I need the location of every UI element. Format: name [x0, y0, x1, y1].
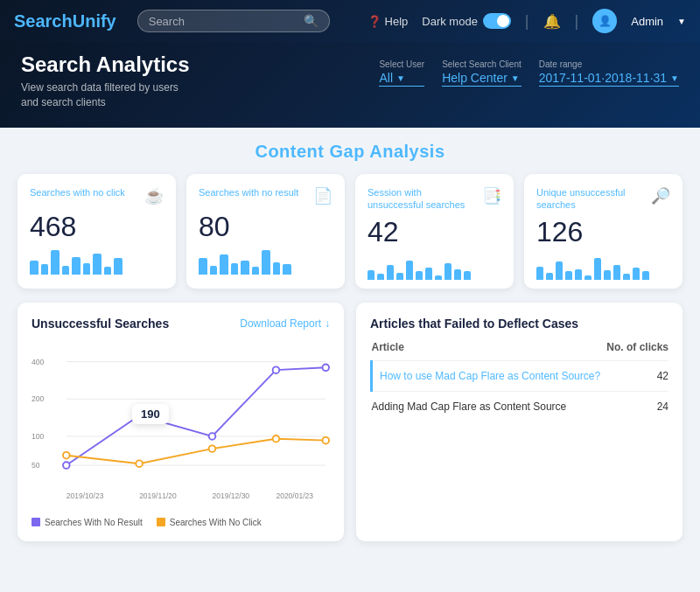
dark-mode-label: Dark mode: [422, 15, 478, 28]
bar: [604, 270, 611, 280]
metric-header: Unique unsuccessful searches 🔎: [536, 186, 670, 212]
metric-header: Searches with no click ☕: [30, 186, 164, 205]
page-title: Search Analytics: [21, 52, 190, 77]
date-filter-select[interactable]: 2017-11-01·2018-11·31 ▼: [539, 71, 679, 87]
bar: [114, 258, 122, 274]
bar: [623, 274, 630, 280]
metric-value-no-result: 80: [199, 211, 332, 243]
svg-text:200: 200: [32, 394, 44, 403]
date-filter[interactable]: Date range 2017-11-01·2018-11·31 ▼: [539, 59, 679, 87]
svg-point-16: [322, 365, 329, 372]
logo-highlight: h: [62, 11, 73, 31]
bar: [416, 271, 423, 280]
svg-text:2019/12/30: 2019/12/30: [212, 491, 249, 500]
search-icon: 🔍: [304, 14, 318, 28]
download-report-button[interactable]: Download Report ↓: [240, 317, 330, 330]
admin-label[interactable]: Admin: [631, 15, 663, 28]
filters: Select User All ▼ Select Search Client H…: [379, 59, 679, 87]
table-header-row: Article No. of clicks: [372, 341, 669, 361]
date-filter-chevron-down-icon: ▼: [670, 73, 679, 83]
metric-value-unique-unsuccessful: 126: [536, 216, 670, 248]
svg-point-20: [273, 435, 280, 442]
magnify-icon: 🔎: [651, 186, 670, 205]
svg-point-19: [209, 446, 216, 453]
article-cell[interactable]: How to use Mad Cap Flare as Content Sour…: [372, 361, 606, 392]
bar: [220, 254, 228, 274]
svg-point-21: [322, 437, 329, 444]
chart-header: Unsuccessful Searches Download Report ↓: [32, 317, 330, 331]
bar: [72, 257, 80, 275]
chart-legend: Searches With No Result Searches With No…: [32, 518, 330, 527]
line-chart-svg: 400 200 100 50 2019/10/23 2019/11/20 201…: [32, 341, 330, 506]
metric-card-no-click: Searches with no click ☕ 468: [18, 174, 176, 289]
bar: [556, 261, 563, 280]
bar: [93, 254, 102, 275]
bar: [283, 264, 291, 274]
toggle-switch[interactable]: [483, 13, 511, 29]
download-icon: ↓: [325, 317, 330, 330]
admin-chevron-down-icon[interactable]: ▼: [677, 17, 686, 26]
search-input[interactable]: [149, 15, 304, 28]
global-search-bar[interactable]: 🔍: [137, 10, 330, 32]
article-cell[interactable]: Adding Mad Cap Flare as Content Source: [372, 392, 606, 422]
legend-label-no-click: Searches With No Click: [170, 518, 262, 527]
legend-dot-orange: [157, 518, 165, 526]
user-filter[interactable]: Select User All ▼: [379, 59, 424, 87]
bar: [575, 269, 582, 281]
app-header: SearchUnify 🔍 ❓ Help Dark mode | 🔔 | 👤 A…: [0, 0, 700, 42]
help-button[interactable]: ❓ Help: [368, 15, 409, 28]
bar: [262, 250, 270, 275]
bar: [368, 270, 374, 280]
divider: |: [525, 12, 529, 31]
bar: [30, 261, 38, 274]
bar: [633, 268, 640, 280]
client-filter-select[interactable]: Help Center ▼: [442, 71, 522, 87]
bar: [642, 271, 649, 280]
legend-no-result: Searches With No Result: [32, 518, 143, 527]
metric-card-unsuccessful-session: Session with unsuccessful searches 📑 42: [355, 174, 514, 289]
user-filter-value: All: [379, 71, 393, 85]
svg-text:100: 100: [32, 432, 44, 441]
bar: [444, 263, 452, 281]
legend-label-no-result: Searches With No Result: [45, 518, 143, 527]
svg-point-15: [273, 367, 280, 374]
metric-card-unique-unsuccessful: Unique unsuccessful searches 🔎 126: [524, 174, 682, 289]
bar: [377, 274, 384, 280]
articles-table-card: Articles that Failed to Deflect Cases Ar…: [356, 303, 682, 540]
svg-point-18: [136, 461, 143, 468]
legend-dot-purple: [32, 518, 40, 526]
date-filter-label: Date range: [539, 59, 679, 69]
clicks-cell: 42: [606, 361, 668, 392]
metric-label-no-result: Searches with no result: [199, 186, 298, 198]
bottom-grid: Unsuccessful Searches Download Report ↓ …: [18, 303, 682, 540]
bar: [565, 271, 572, 280]
client-filter[interactable]: Select Search Client Help Center ▼: [442, 59, 522, 87]
metric-header: Session with unsuccessful searches 📑: [368, 186, 501, 212]
svg-text:400: 400: [32, 358, 44, 366]
metric-card-no-result: Searches with no result 📄 80: [186, 174, 345, 289]
document-icon: 📄: [313, 186, 332, 205]
document-search-icon: 📑: [482, 186, 501, 205]
article-link[interactable]: How to use Mad Cap Flare as Content Sour…: [380, 370, 606, 382]
dark-mode-toggle[interactable]: Dark mode: [422, 13, 511, 29]
metric-label-unique-unsuccessful: Unique unsuccessful searches: [536, 186, 643, 212]
metrics-grid: Searches with no click ☕ 468 Searches wi…: [18, 174, 682, 289]
bar: [210, 266, 217, 275]
bar: [536, 267, 543, 280]
bar: [425, 268, 432, 280]
chart-title: Unsuccessful Searches: [32, 317, 169, 331]
avatar[interactable]: 👤: [592, 9, 617, 33]
bar: [273, 262, 280, 275]
client-filter-chevron-down-icon: ▼: [511, 73, 520, 83]
svg-text:2020/01/23: 2020/01/23: [276, 491, 313, 500]
date-filter-value: 2017-11-01·2018-11·31: [539, 71, 667, 85]
main-content: Content Gap Analysis Searches with no cl…: [0, 128, 700, 555]
logo-text-unify: Unify: [73, 11, 116, 31]
bar: [454, 269, 461, 281]
user-filter-select[interactable]: All ▼: [379, 71, 424, 87]
notification-bell-icon[interactable]: 🔔: [543, 13, 561, 30]
bar: [83, 263, 90, 275]
bar: [241, 261, 249, 274]
legend-no-click: Searches With No Click: [157, 518, 262, 527]
metric-label-no-click: Searches with no click: [30, 186, 125, 198]
